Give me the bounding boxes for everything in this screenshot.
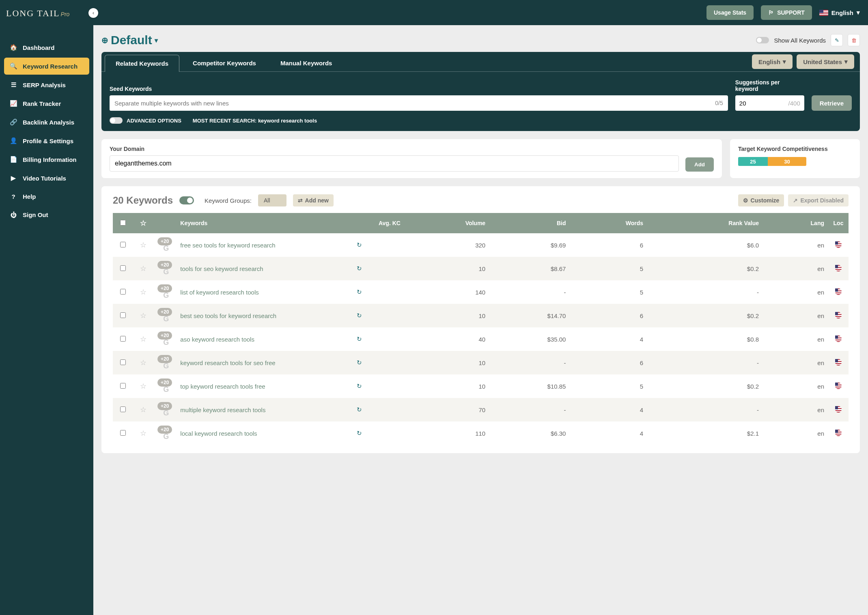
row-star[interactable]: ☆ (133, 280, 153, 304)
export-button[interactable]: ↗Export Disabled (788, 194, 849, 206)
sidebar-item-video-tutorials[interactable]: ▶Video Tutorials (4, 170, 89, 187)
row-keyword[interactable]: list of keyword research tools (176, 280, 314, 304)
google-icon: G (163, 268, 169, 276)
row-star[interactable]: ☆ (133, 327, 153, 351)
row-checkbox[interactable] (120, 406, 126, 412)
recent-value: keyword research tools (258, 118, 317, 124)
row-keyword[interactable]: best seo tools for keyword research (176, 304, 314, 327)
row-avgkc[interactable]: ↻ (314, 351, 405, 374)
row-avgkc[interactable]: ↻ (314, 421, 405, 445)
row-checkbox-cell (113, 257, 133, 280)
keywords-toggle[interactable] (179, 196, 194, 204)
row-checkbox[interactable] (120, 383, 126, 389)
sidebar-item-keyword-research[interactable]: 🔍Keyword Research (4, 58, 89, 75)
sidebar-item-rank-tracker[interactable]: 📈Rank Tracker (4, 95, 89, 112)
sidebar-item-serp-analysis[interactable]: ☰SERP Analysis (4, 76, 89, 93)
project-selector[interactable]: ⊕ Default ▾ (101, 33, 158, 47)
select-all-checkbox[interactable] (120, 220, 126, 226)
tab-related-keywords[interactable]: Related Keywords (105, 55, 179, 72)
row-checkbox[interactable] (120, 430, 126, 436)
row-keyword[interactable]: top keyword research tools free (176, 374, 314, 398)
row-avgkc[interactable]: ↻ (314, 233, 405, 257)
row-avgkc[interactable]: ↻ (314, 327, 405, 351)
row-star[interactable]: ☆ (133, 421, 153, 445)
row-keyword[interactable]: free seo tools for keyword research (176, 233, 314, 257)
table-row: ☆+20 Gaso keyword research tools↻40$35.0… (113, 327, 849, 351)
row-checkbox[interactable] (120, 312, 126, 318)
row-star[interactable]: ☆ (133, 351, 153, 374)
row-star[interactable]: ☆ (133, 257, 153, 280)
row-lang: en (763, 304, 828, 327)
row-star[interactable]: ☆ (133, 233, 153, 257)
th-rankvalue[interactable]: Rank Value (647, 213, 763, 233)
th-avgkc[interactable]: Avg. KC (314, 213, 405, 233)
edit-project-button[interactable]: ✎ (831, 34, 843, 46)
tab-manual-keywords[interactable]: Manual Keywords (269, 54, 343, 71)
row-keyword[interactable]: tools for seo keyword research (176, 257, 314, 280)
row-checkbox[interactable] (120, 359, 126, 365)
brand-name: LONG TAIL (6, 8, 60, 18)
sidebar-item-dashboard[interactable]: 🏠Dashboard (4, 39, 89, 56)
th-volume[interactable]: Volume (405, 213, 489, 233)
tkc-label: Target Keyword Competitiveness (738, 146, 852, 152)
filter-language-value: English (758, 58, 780, 65)
domain-card: Your Domain Add (101, 139, 722, 178)
keyword-groups-select[interactable]: All (258, 194, 286, 206)
row-bid: $14.70 (489, 304, 570, 327)
filter-country-select[interactable]: United States▾ (797, 54, 854, 69)
table-row: ☆+20 Gmultiple keyword research tools↻70… (113, 398, 849, 421)
retrieve-button[interactable]: Retrieve (812, 95, 852, 111)
sidebar-item-billing[interactable]: 📄Billing Information (4, 151, 89, 168)
sidebar-collapse-button[interactable]: ‹ (88, 8, 98, 18)
filter-country-value: United States (803, 58, 842, 65)
row-avgkc[interactable]: ↻ (314, 374, 405, 398)
row-checkbox-cell (113, 280, 133, 304)
sidebar-item-profile-settings[interactable]: 👤Profile & Settings (4, 132, 89, 149)
add-domain-button[interactable]: Add (685, 157, 714, 172)
sidebar-item-signout[interactable]: ⏻Sign Out (4, 206, 89, 223)
sidebar-item-help[interactable]: ?Help (4, 188, 89, 205)
advanced-toggle[interactable] (110, 117, 123, 124)
row-keyword[interactable]: local keyword research tools (176, 421, 314, 445)
row-tag-cell: +20 G (153, 280, 176, 304)
support-icon: 🏳 (768, 9, 774, 16)
row-avgkc[interactable]: ↻ (314, 280, 405, 304)
row-avgkc[interactable]: ↻ (314, 398, 405, 421)
row-checkbox[interactable] (120, 336, 126, 342)
add-new-group-button[interactable]: ⇄Add new (293, 194, 334, 206)
th-loc[interactable]: Loc (828, 213, 849, 233)
row-avgkc[interactable]: ↻ (314, 304, 405, 327)
suggestions-input[interactable] (739, 100, 760, 107)
th-lang[interactable]: Lang (763, 213, 828, 233)
refresh-icon: ↻ (357, 430, 362, 437)
flag-us-icon (835, 241, 842, 248)
row-star[interactable]: ☆ (133, 398, 153, 421)
main: Usage Stats 🏳SUPPORT English ▾ ⊕ Default… (93, 0, 868, 615)
row-star[interactable]: ☆ (133, 304, 153, 327)
row-star[interactable]: ☆ (133, 374, 153, 398)
row-lang: en (763, 374, 828, 398)
th-keywords[interactable]: Keywords (176, 213, 314, 233)
th-bid[interactable]: Bid (489, 213, 570, 233)
row-checkbox[interactable] (120, 265, 126, 271)
language-selector[interactable]: English ▾ (819, 9, 860, 16)
row-keyword[interactable]: aso keyword research tools (176, 327, 314, 351)
sidebar-item-backlink-analysis[interactable]: 🔗Backlink Analysis (4, 114, 89, 131)
row-checkbox[interactable] (120, 289, 126, 295)
support-button[interactable]: 🏳SUPPORT (761, 5, 812, 20)
row-checkbox[interactable] (120, 242, 126, 247)
filter-language-select[interactable]: English▾ (752, 54, 793, 69)
th-words[interactable]: Words (570, 213, 647, 233)
row-tag-cell: +20 G (153, 398, 176, 421)
show-all-toggle[interactable] (756, 37, 769, 43)
customize-button[interactable]: ⚙Customize (738, 194, 784, 206)
link-icon: 🔗 (10, 118, 17, 126)
seed-input[interactable] (110, 96, 715, 111)
usage-stats-button[interactable]: Usage Stats (706, 5, 754, 20)
tab-competitor-keywords[interactable]: Competitor Keywords (182, 54, 267, 71)
row-avgkc[interactable]: ↻ (314, 257, 405, 280)
delete-project-button[interactable]: 🗑 (848, 34, 860, 46)
row-keyword[interactable]: multiple keyword research tools (176, 398, 314, 421)
row-keyword[interactable]: keyword research tools for seo free (176, 351, 314, 374)
domain-input[interactable] (110, 155, 679, 172)
